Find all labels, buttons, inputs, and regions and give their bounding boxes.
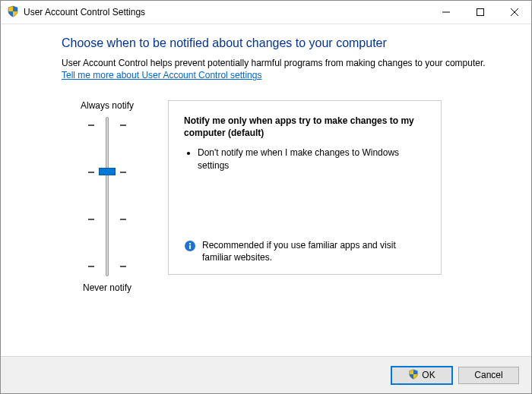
slider-label-bottom: Never notify: [62, 282, 153, 293]
info-icon: [184, 239, 196, 255]
maximize-button[interactable]: [463, 1, 497, 24]
level-bullet: Don't notify me when I make changes to W…: [198, 147, 426, 171]
ok-button-label: OK: [422, 370, 435, 380]
close-button[interactable]: [497, 1, 531, 24]
window-controls: [429, 1, 531, 24]
slider-tick: [88, 266, 126, 267]
svg-rect-1: [477, 9, 483, 16]
footer: OK Cancel: [1, 356, 531, 393]
slider-tick: [88, 219, 126, 220]
learn-more-link[interactable]: Tell me more about User Account Control …: [62, 70, 261, 80]
cancel-button-label: Cancel: [474, 370, 502, 380]
page-heading: Choose when to be notified about changes…: [62, 36, 505, 50]
info-panel: Notify me only when apps try to make cha…: [168, 100, 442, 275]
recommendation-row: Recommended if you use familiar apps and…: [184, 239, 426, 263]
svg-rect-6: [189, 243, 191, 244]
slider-label-top: Always notify: [62, 100, 153, 111]
content-area: Choose when to be notified about changes…: [1, 24, 531, 356]
recommendation-text: Recommended if you use familiar apps and…: [202, 239, 426, 263]
window-title: User Account Control Settings: [24, 7, 145, 17]
cancel-button[interactable]: Cancel: [458, 367, 519, 384]
slider-track: [106, 117, 109, 276]
shield-icon: [7, 5, 19, 20]
slider-column: Always notify Never notify: [62, 100, 153, 293]
level-title: Notify me only when apps try to make cha…: [184, 115, 426, 139]
svg-rect-5: [189, 245, 191, 249]
minimize-button[interactable]: [429, 1, 463, 24]
slider-thumb[interactable]: [99, 168, 116, 175]
slider-tick: [88, 125, 126, 126]
titlebar: User Account Control Settings: [1, 1, 531, 24]
slider-area: Always notify Never notify Notify me onl…: [62, 100, 505, 293]
shield-icon: [408, 369, 419, 382]
uac-window: User Account Control Settings Choose whe…: [0, 0, 532, 394]
page-description: User Account Control helps prevent poten…: [62, 58, 505, 68]
notification-slider[interactable]: [88, 117, 126, 276]
ok-button[interactable]: OK: [391, 367, 452, 384]
